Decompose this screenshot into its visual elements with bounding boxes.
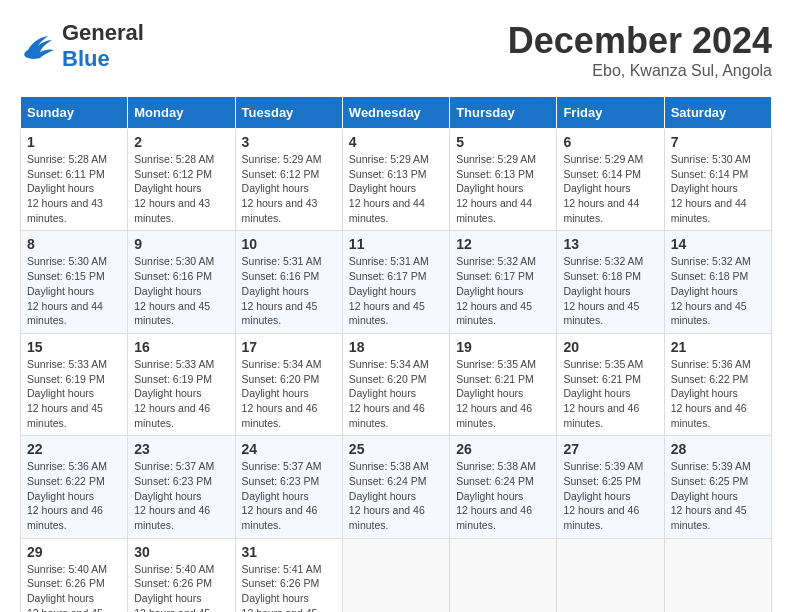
calendar-cell: 4 Sunrise: 5:29 AM Sunset: 6:13 PM Dayli… xyxy=(342,129,449,231)
day-info: Sunrise: 5:31 AM Sunset: 6:17 PM Dayligh… xyxy=(349,254,443,327)
day-info: Sunrise: 5:29 AM Sunset: 6:14 PM Dayligh… xyxy=(563,152,657,225)
day-number: 3 xyxy=(242,134,336,150)
day-number: 18 xyxy=(349,339,443,355)
day-number: 15 xyxy=(27,339,121,355)
calendar-cell xyxy=(342,538,449,612)
calendar-cell: 18 Sunrise: 5:34 AM Sunset: 6:20 PM Dayl… xyxy=(342,333,449,435)
day-number: 25 xyxy=(349,441,443,457)
month-title: December 2024 xyxy=(508,20,772,62)
day-number: 9 xyxy=(134,236,228,252)
day-number: 11 xyxy=(349,236,443,252)
calendar-header-row: SundayMondayTuesdayWednesdayThursdayFrid… xyxy=(21,97,772,129)
day-number: 28 xyxy=(671,441,765,457)
title-area: December 2024 Ebo, Kwanza Sul, Angola xyxy=(508,20,772,80)
logo-text: General Blue xyxy=(62,20,144,72)
day-info: Sunrise: 5:30 AM Sunset: 6:14 PM Dayligh… xyxy=(671,152,765,225)
day-number: 7 xyxy=(671,134,765,150)
day-number: 19 xyxy=(456,339,550,355)
day-number: 21 xyxy=(671,339,765,355)
calendar-cell: 13 Sunrise: 5:32 AM Sunset: 6:18 PM Dayl… xyxy=(557,231,664,333)
day-info: Sunrise: 5:35 AM Sunset: 6:21 PM Dayligh… xyxy=(456,357,550,430)
day-number: 22 xyxy=(27,441,121,457)
calendar-cell: 11 Sunrise: 5:31 AM Sunset: 6:17 PM Dayl… xyxy=(342,231,449,333)
logo-brand: General Blue xyxy=(20,20,144,72)
calendar-cell: 17 Sunrise: 5:34 AM Sunset: 6:20 PM Dayl… xyxy=(235,333,342,435)
calendar-cell: 24 Sunrise: 5:37 AM Sunset: 6:23 PM Dayl… xyxy=(235,436,342,538)
day-number: 31 xyxy=(242,544,336,560)
day-number: 5 xyxy=(456,134,550,150)
calendar-cell: 7 Sunrise: 5:30 AM Sunset: 6:14 PM Dayli… xyxy=(664,129,771,231)
day-number: 16 xyxy=(134,339,228,355)
day-info: Sunrise: 5:37 AM Sunset: 6:23 PM Dayligh… xyxy=(242,459,336,532)
day-info: Sunrise: 5:32 AM Sunset: 6:18 PM Dayligh… xyxy=(671,254,765,327)
calendar-cell: 29 Sunrise: 5:40 AM Sunset: 6:26 PM Dayl… xyxy=(21,538,128,612)
day-number: 23 xyxy=(134,441,228,457)
calendar-cell: 6 Sunrise: 5:29 AM Sunset: 6:14 PM Dayli… xyxy=(557,129,664,231)
day-info: Sunrise: 5:39 AM Sunset: 6:25 PM Dayligh… xyxy=(563,459,657,532)
day-info: Sunrise: 5:29 AM Sunset: 6:13 PM Dayligh… xyxy=(456,152,550,225)
location-title: Ebo, Kwanza Sul, Angola xyxy=(508,62,772,80)
calendar-cell: 23 Sunrise: 5:37 AM Sunset: 6:23 PM Dayl… xyxy=(128,436,235,538)
day-info: Sunrise: 5:37 AM Sunset: 6:23 PM Dayligh… xyxy=(134,459,228,532)
day-number: 8 xyxy=(27,236,121,252)
weekday-header-wednesday: Wednesday xyxy=(342,97,449,129)
day-info: Sunrise: 5:36 AM Sunset: 6:22 PM Dayligh… xyxy=(27,459,121,532)
day-info: Sunrise: 5:40 AM Sunset: 6:26 PM Dayligh… xyxy=(27,562,121,612)
day-info: Sunrise: 5:41 AM Sunset: 6:26 PM Dayligh… xyxy=(242,562,336,612)
calendar-cell: 30 Sunrise: 5:40 AM Sunset: 6:26 PM Dayl… xyxy=(128,538,235,612)
calendar-cell: 22 Sunrise: 5:36 AM Sunset: 6:22 PM Dayl… xyxy=(21,436,128,538)
calendar-cell: 5 Sunrise: 5:29 AM Sunset: 6:13 PM Dayli… xyxy=(450,129,557,231)
calendar-cell xyxy=(557,538,664,612)
day-number: 20 xyxy=(563,339,657,355)
calendar-cell: 28 Sunrise: 5:39 AM Sunset: 6:25 PM Dayl… xyxy=(664,436,771,538)
weekday-header-monday: Monday xyxy=(128,97,235,129)
calendar-cell: 1 Sunrise: 5:28 AM Sunset: 6:11 PM Dayli… xyxy=(21,129,128,231)
calendar-cell: 31 Sunrise: 5:41 AM Sunset: 6:26 PM Dayl… xyxy=(235,538,342,612)
calendar-cell: 3 Sunrise: 5:29 AM Sunset: 6:12 PM Dayli… xyxy=(235,129,342,231)
calendar-cell: 14 Sunrise: 5:32 AM Sunset: 6:18 PM Dayl… xyxy=(664,231,771,333)
logo: General Blue xyxy=(20,20,144,72)
weekday-header-thursday: Thursday xyxy=(450,97,557,129)
day-info: Sunrise: 5:32 AM Sunset: 6:18 PM Dayligh… xyxy=(563,254,657,327)
calendar-cell: 27 Sunrise: 5:39 AM Sunset: 6:25 PM Dayl… xyxy=(557,436,664,538)
calendar-cell: 25 Sunrise: 5:38 AM Sunset: 6:24 PM Dayl… xyxy=(342,436,449,538)
day-number: 17 xyxy=(242,339,336,355)
day-number: 4 xyxy=(349,134,443,150)
day-number: 13 xyxy=(563,236,657,252)
day-info: Sunrise: 5:35 AM Sunset: 6:21 PM Dayligh… xyxy=(563,357,657,430)
calendar-table: SundayMondayTuesdayWednesdayThursdayFrid… xyxy=(20,96,772,612)
calendar-cell: 10 Sunrise: 5:31 AM Sunset: 6:16 PM Dayl… xyxy=(235,231,342,333)
day-number: 12 xyxy=(456,236,550,252)
day-info: Sunrise: 5:29 AM Sunset: 6:13 PM Dayligh… xyxy=(349,152,443,225)
weekday-header-friday: Friday xyxy=(557,97,664,129)
day-info: Sunrise: 5:31 AM Sunset: 6:16 PM Dayligh… xyxy=(242,254,336,327)
day-info: Sunrise: 5:34 AM Sunset: 6:20 PM Dayligh… xyxy=(349,357,443,430)
day-number: 6 xyxy=(563,134,657,150)
calendar-cell: 26 Sunrise: 5:38 AM Sunset: 6:24 PM Dayl… xyxy=(450,436,557,538)
day-info: Sunrise: 5:33 AM Sunset: 6:19 PM Dayligh… xyxy=(134,357,228,430)
logo-bird-icon xyxy=(20,30,58,62)
day-info: Sunrise: 5:34 AM Sunset: 6:20 PM Dayligh… xyxy=(242,357,336,430)
day-info: Sunrise: 5:30 AM Sunset: 6:16 PM Dayligh… xyxy=(134,254,228,327)
day-info: Sunrise: 5:30 AM Sunset: 6:15 PM Dayligh… xyxy=(27,254,121,327)
calendar-cell: 16 Sunrise: 5:33 AM Sunset: 6:19 PM Dayl… xyxy=(128,333,235,435)
day-number: 1 xyxy=(27,134,121,150)
page-header: General Blue December 2024 Ebo, Kwanza S… xyxy=(20,20,772,80)
weekday-header-sunday: Sunday xyxy=(21,97,128,129)
day-info: Sunrise: 5:40 AM Sunset: 6:26 PM Dayligh… xyxy=(134,562,228,612)
calendar-cell: 9 Sunrise: 5:30 AM Sunset: 6:16 PM Dayli… xyxy=(128,231,235,333)
day-info: Sunrise: 5:28 AM Sunset: 6:11 PM Dayligh… xyxy=(27,152,121,225)
day-info: Sunrise: 5:32 AM Sunset: 6:17 PM Dayligh… xyxy=(456,254,550,327)
calendar-cell: 19 Sunrise: 5:35 AM Sunset: 6:21 PM Dayl… xyxy=(450,333,557,435)
day-info: Sunrise: 5:38 AM Sunset: 6:24 PM Dayligh… xyxy=(456,459,550,532)
day-number: 30 xyxy=(134,544,228,560)
weekday-header-saturday: Saturday xyxy=(664,97,771,129)
day-number: 2 xyxy=(134,134,228,150)
day-info: Sunrise: 5:36 AM Sunset: 6:22 PM Dayligh… xyxy=(671,357,765,430)
day-number: 29 xyxy=(27,544,121,560)
calendar-cell: 12 Sunrise: 5:32 AM Sunset: 6:17 PM Dayl… xyxy=(450,231,557,333)
day-info: Sunrise: 5:29 AM Sunset: 6:12 PM Dayligh… xyxy=(242,152,336,225)
day-info: Sunrise: 5:33 AM Sunset: 6:19 PM Dayligh… xyxy=(27,357,121,430)
calendar-cell: 20 Sunrise: 5:35 AM Sunset: 6:21 PM Dayl… xyxy=(557,333,664,435)
calendar-cell xyxy=(664,538,771,612)
